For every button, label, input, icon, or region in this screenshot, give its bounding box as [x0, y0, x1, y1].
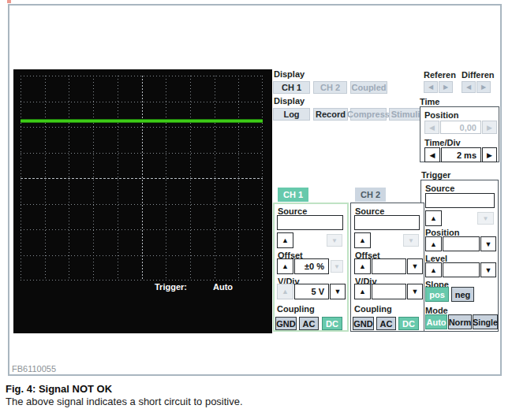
- chevron-down-icon: ▼: [483, 215, 489, 222]
- ch1-offset-down-button[interactable]: ▼: [331, 260, 343, 273]
- trigger-position-field[interactable]: [443, 236, 480, 251]
- trigger-mode-auto-button[interactable]: Auto: [425, 314, 447, 329]
- arrow-up-icon: ▲: [282, 288, 289, 295]
- scope-trigger-value: Auto: [213, 282, 233, 292]
- trigger-source-up-button[interactable]: ▲: [425, 210, 442, 226]
- time-label: Time: [420, 97, 439, 106]
- trigger-source-label: Source: [425, 184, 454, 193]
- arrow-left-icon: ◀: [466, 84, 471, 91]
- ch1-vdiv-down-button[interactable]: ▼: [330, 284, 346, 299]
- trigger-position-up-button[interactable]: ▲: [425, 236, 442, 251]
- differential-prev-button[interactable]: ◀: [462, 81, 476, 93]
- trigger-slope-pos-button[interactable]: pos: [425, 287, 449, 302]
- trigger-source-field[interactable]: [425, 193, 495, 208]
- scope-trigger-label: Trigger:: [155, 282, 187, 292]
- ch1-tab[interactable]: CH 1: [278, 188, 308, 202]
- arrow-right-icon: ▶: [487, 124, 492, 132]
- trigger-mode-single-button[interactable]: Single: [473, 314, 498, 329]
- time-div-field[interactable]: 2 ms: [441, 147, 481, 162]
- ch1-offset-up-button[interactable]: ▲: [277, 258, 293, 274]
- figure-caption-body: The above signal indicates a short circu…: [6, 396, 243, 407]
- arrow-up-icon: ▲: [359, 236, 366, 244]
- display-ch2-button[interactable]: CH 2: [313, 81, 347, 94]
- reference-next-button[interactable]: ▶: [439, 81, 453, 93]
- ch1-source-field[interactable]: [277, 215, 343, 230]
- arrow-down-icon: ▼: [412, 288, 419, 295]
- time-position-field[interactable]: 0,00: [440, 121, 481, 134]
- ch2-coupling-gnd-button[interactable]: GND: [353, 317, 374, 330]
- display-section1-label: Display: [274, 69, 305, 79]
- time-div-increment-button[interactable]: ▶: [482, 147, 497, 162]
- arrow-up-icon: ▲: [359, 262, 366, 270]
- ch2-source-up-button[interactable]: ▲: [354, 232, 371, 248]
- arrow-down-icon: ▼: [485, 240, 492, 248]
- display-section2-label: Display: [274, 96, 305, 106]
- chevron-down-icon: ▼: [408, 237, 414, 244]
- display-ch1-button[interactable]: CH 1: [273, 81, 310, 94]
- trigger-level-field[interactable]: [443, 262, 480, 277]
- differential-label: Differen: [462, 70, 495, 80]
- ch1-vdiv-field[interactable]: 5 V: [294, 284, 329, 299]
- ch2-source-dropdown-button[interactable]: ▼: [403, 234, 419, 247]
- ch2-coupling-dc-button[interactable]: DC: [398, 317, 419, 330]
- ch1-coupling-label: Coupling: [277, 304, 315, 314]
- ch2-vdiv-down-button[interactable]: ▼: [407, 284, 423, 299]
- time-div-label: Time/Div: [424, 138, 461, 147]
- ch2-offset-down-button[interactable]: ▼: [407, 258, 423, 274]
- ch2-vdiv-field[interactable]: [372, 284, 406, 299]
- oscilloscope-screen: Trigger: Auto: [13, 69, 272, 333]
- ch1-source-dropdown-button[interactable]: ▼: [327, 234, 342, 247]
- arrow-right-icon: ▶: [481, 84, 486, 91]
- arrow-left-icon: ◀: [429, 124, 435, 132]
- ch1-coupling-ac-button[interactable]: AC: [299, 317, 319, 330]
- chevron-down-icon: ▼: [334, 263, 340, 270]
- trigger-slope-neg-button[interactable]: neg: [451, 287, 474, 302]
- display-coupled-button[interactable]: Coupled: [350, 81, 387, 94]
- arrow-down-icon: ▼: [485, 266, 492, 274]
- page: Trigger: Auto Display CH 1 CH 2 Coupled …: [0, 0, 512, 420]
- arrow-left-icon: ◀: [428, 84, 433, 91]
- reference-prev-button[interactable]: ◀: [424, 81, 438, 93]
- time-div-decrement-button[interactable]: ◀: [424, 147, 440, 162]
- ch1-vdiv-up-button[interactable]: ▲: [277, 284, 293, 299]
- differential-next-button[interactable]: ▶: [476, 81, 491, 93]
- trigger-source-dropdown-button[interactable]: ▼: [477, 212, 494, 225]
- figure-caption-title: Fig. 4: Signal NOT OK: [6, 383, 112, 395]
- trigger-level-up-button[interactable]: ▲: [425, 262, 442, 277]
- time-position-increment-button[interactable]: ▶: [482, 121, 497, 134]
- arrow-right-icon: ▶: [443, 84, 448, 91]
- arrow-up-icon: ▲: [282, 262, 289, 270]
- scope-grid: [21, 76, 263, 281]
- arrow-down-icon: ▼: [334, 288, 342, 295]
- display-log-button[interactable]: Log: [273, 108, 310, 121]
- ch2-offset-field[interactable]: [372, 258, 406, 274]
- display-stimuli-button[interactable]: Stimuli: [389, 108, 422, 121]
- arrow-up-icon: ▲: [282, 236, 289, 244]
- arrow-up-icon: ▲: [430, 214, 437, 222]
- ch1-coupling-dc-button[interactable]: DC: [322, 317, 342, 330]
- time-position-decrement-button[interactable]: ◀: [424, 121, 439, 134]
- trigger-label: Trigger: [421, 170, 450, 180]
- time-position-label: Position: [424, 110, 458, 120]
- ch2-source-field[interactable]: [354, 215, 420, 230]
- ch2-offset-up-button[interactable]: ▲: [354, 258, 371, 274]
- ch1-source-up-button[interactable]: ▲: [277, 232, 293, 248]
- ch2-vdiv-up-button[interactable]: ▲: [354, 284, 371, 299]
- trigger-level-down-button[interactable]: ▼: [480, 262, 496, 277]
- figure-code: FB6110055: [12, 364, 56, 374]
- display-compress-button[interactable]: Compress: [350, 108, 387, 121]
- ch1-coupling-gnd-button[interactable]: GND: [275, 317, 297, 330]
- red-marker: [7, 0, 11, 3]
- arrow-up-icon: ▲: [359, 288, 366, 295]
- ch1-offset-field[interactable]: ±0 %: [294, 258, 329, 274]
- display-record-button[interactable]: Record: [313, 108, 348, 121]
- arrow-right-icon: ▶: [487, 151, 492, 159]
- chevron-down-icon: ▼: [331, 237, 338, 244]
- trigger-position-down-button[interactable]: ▼: [480, 236, 496, 251]
- trigger-mode-norm-button[interactable]: Norm: [448, 314, 472, 329]
- arrow-up-icon: ▲: [430, 240, 437, 248]
- ch2-coupling-ac-button[interactable]: AC: [376, 317, 396, 330]
- ch2-tab[interactable]: CH 2: [355, 188, 386, 202]
- arrow-down-icon: ▼: [412, 262, 419, 270]
- arrow-left-icon: ◀: [430, 151, 435, 159]
